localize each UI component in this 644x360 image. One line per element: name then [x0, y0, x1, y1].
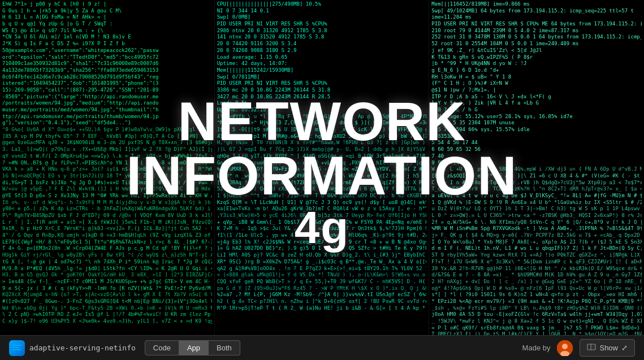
show-label: Show: [599, 344, 618, 352]
terminal-col-2: CPU[||||||||||||||275/490MB] 10.5%NI 0 7…: [215, 0, 430, 335]
svg-rect-0: [12, 345, 21, 346]
terminal-col-3: Mem[||116452/819MB] ime=9.866 msSwp[ 49/…: [429, 0, 644, 335]
app-icon: [9, 340, 25, 356]
tab-buttons-group: Code App Both: [145, 340, 240, 355]
svg-rect-7: [591, 344, 595, 350]
svg-point-4: [562, 344, 568, 349]
svg-rect-1: [12, 347, 19, 348]
svg-rect-2: [12, 349, 20, 350]
bottom-left-section: adaptive-serving-netinfo Code App Both: [9, 340, 240, 356]
avatar: [557, 340, 573, 356]
tab-app[interactable]: App: [179, 340, 209, 355]
bottom-bar: adaptive-serving-netinfo Code App Both M…: [0, 335, 644, 360]
tab-code[interactable]: Code: [145, 340, 179, 355]
bottom-right-section: Made by Show ⤢: [522, 339, 635, 357]
show-button[interactable]: Show ⤢: [580, 339, 635, 357]
show-icon: [587, 342, 596, 353]
expand-icon: ⤢: [621, 344, 628, 352]
terminal-background: EhW 7*1> j p00 y hC k [h0 ( 9 z! | G 0us…: [0, 0, 644, 335]
tab-both[interactable]: Both: [209, 340, 240, 355]
made-by-label: Made by: [522, 344, 551, 352]
terminal-col-1: EhW 7*1> j p00 y hC k [h0 ( 9 z! | G 0us…: [0, 0, 215, 335]
app-name-label: adaptive-serving-netinfo: [29, 344, 136, 352]
